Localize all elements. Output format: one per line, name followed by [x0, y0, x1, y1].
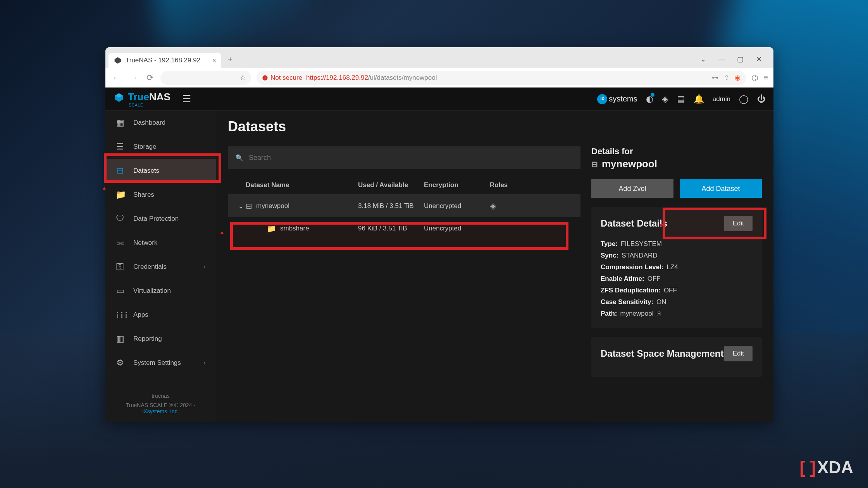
url-text: https://192.168.29.92/ui/datasets/mynewp… [306, 74, 437, 82]
url-input-box[interactable]: ! Not secure https://192.168.29.92/ui/da… [257, 71, 746, 85]
sidebar-item-storage[interactable]: ☰ Storage [105, 135, 216, 159]
apps-icon: ⫶⫶⫶ [115, 310, 125, 320]
svg-marker-0 [115, 57, 121, 64]
sidebar-item-shares[interactable]: 📁 Shares [105, 183, 216, 207]
search-input[interactable] [249, 154, 573, 162]
close-icon[interactable]: × [212, 57, 216, 65]
details-title: Details for [591, 146, 762, 156]
chevron-right-icon: › [203, 359, 206, 367]
sidebar-item-system-settings[interactable]: ⚙ System Settings › [105, 351, 216, 375]
sidebar-item-datasets[interactable]: ⊟ Datasets [105, 159, 216, 183]
sidebar-item-label: Data Protection [133, 215, 179, 223]
dataset-details-card: Dataset Details Edit Type:FILESYSTEM Syn… [591, 207, 762, 328]
addressbar: ← → ⟳ ☆ ! Not secure https://192.168.29.… [105, 68, 773, 88]
user-name: admin [713, 95, 730, 103]
sidebar-item-label: Reporting [133, 335, 162, 343]
truecommand-icon[interactable]: ◈ [662, 94, 668, 104]
sidebar-item-apps[interactable]: ⫶⫶⫶ Apps [105, 303, 216, 327]
user-avatar-icon[interactable]: ◯ [739, 94, 749, 104]
url-bar[interactable]: ☆ [160, 71, 251, 85]
kv-case: Case Sensitivity:ON [601, 296, 753, 308]
table-row-root[interactable]: ⌄ ⊟ mynewpool 3.18 MiB / 3.51 TiB Unencr… [228, 195, 580, 217]
add-dataset-button[interactable]: Add Dataset [680, 179, 762, 198]
sidebar-item-credentials[interactable]: ⚿ Credentials › [105, 255, 216, 279]
chevron-right-icon: › [203, 263, 206, 271]
dataset-search-box[interactable]: 🔍 [228, 146, 580, 169]
table-row-child[interactable]: 📁 smbshare 96 KiB / 3.51 TiB Unencrypted [228, 217, 580, 240]
sidebar-item-label: System Settings [133, 359, 181, 367]
edit-dataset-details-button[interactable]: Edit [724, 216, 753, 231]
status-lights-icon[interactable]: ◐ [646, 94, 653, 104]
sidebar-item-reporting[interactable]: ▥ Reporting [105, 327, 216, 351]
dataset-usage: 96 KiB / 3.51 TiB [358, 225, 424, 232]
datasets-table: Dataset Name Used / Available Encryption… [228, 176, 580, 240]
key-icon[interactable]: ⊶ [712, 74, 718, 82]
truenas-logo[interactable]: TrueNAS SCALE [113, 91, 170, 107]
edit-space-button[interactable]: Edit [724, 346, 753, 361]
browser-tab[interactable]: TrueNAS - 192.168.29.92 × [108, 53, 221, 68]
browser-tabbar: TrueNAS - 192.168.29.92 × + ⌄ ― ▢ ✕ [105, 47, 773, 68]
bookmark-outline-icon[interactable]: ☆ [240, 74, 246, 82]
sidebar-footer: truenas TrueNAS SCALE ® © 2024 - iXsyste… [105, 385, 216, 422]
forward-button: → [128, 71, 140, 84]
kv-atime: Enable Atime:OFF [601, 273, 753, 285]
laptop-icon: ▭ [115, 286, 125, 296]
col-used: Used / Available [358, 181, 424, 189]
extensions-icon[interactable]: ⌬ [751, 73, 758, 82]
sidebar-item-label: Credentials [133, 263, 167, 271]
clipboard-icon[interactable]: ▤ [677, 94, 685, 104]
app-topbar: TrueNAS SCALE ☰ iX systems ◐ ◈ ▤ 🔔 admin… [105, 88, 773, 111]
new-tab-button[interactable]: + [225, 54, 236, 65]
footer-hostname: truenas [113, 393, 208, 399]
add-zvol-button[interactable]: Add Zvol [591, 179, 673, 198]
truenas-app: TrueNAS SCALE ☰ iX systems ◐ ◈ ▤ 🔔 admin… [105, 88, 773, 422]
folder-icon: 📁 [267, 224, 276, 233]
dataset-name: smbshare [280, 225, 309, 232]
chart-icon: ▥ [115, 334, 125, 344]
hamburger-menu-icon[interactable]: ≡ [763, 73, 768, 82]
sidebar-item-label: Datasets [133, 167, 159, 175]
maximize-icon[interactable]: ▢ [735, 55, 745, 64]
window-controls: ⌄ ― ▢ ✕ [698, 55, 770, 64]
alerts-bell-icon[interactable]: 🔔 [694, 94, 704, 104]
reload-button[interactable]: ⟳ [145, 71, 155, 84]
menu-toggle-icon[interactable]: ☰ [182, 93, 191, 105]
sidebar-item-data-protection[interactable]: 🛡 Data Protection [105, 207, 216, 231]
card-title: Dataset Space Management [601, 348, 723, 359]
dataset-tree-icon: ⊟ [246, 201, 252, 211]
dataset-encryption: Unencrypted [424, 225, 490, 232]
copy-path-icon[interactable]: ⎘ [657, 310, 661, 318]
tab-favicon [114, 57, 122, 64]
sidebar-item-dashboard[interactable]: ▦ Dashboard [105, 111, 216, 135]
ixsystems-logo[interactable]: iX systems [597, 94, 637, 104]
sidebar-item-label: Apps [133, 311, 148, 319]
close-window-icon[interactable]: ✕ [754, 55, 763, 64]
back-button[interactable]: ← [111, 71, 122, 84]
datasets-icon: ⊟ [115, 166, 125, 176]
kv-dedup: ZFS Deduplication:OFF [601, 285, 753, 296]
pool-role-icon: ◈ [490, 201, 496, 211]
footer-copyright: TrueNAS SCALE ® © 2024 - [126, 402, 195, 408]
key-icon: ⚿ [115, 262, 125, 272]
dashboard-icon: ▦ [115, 118, 125, 128]
row-expand-chevron-icon[interactable]: ⌄ [236, 202, 246, 210]
sidebar-item-virtualization[interactable]: ▭ Virtualization [105, 279, 216, 303]
svg-text:!: ! [265, 76, 266, 80]
tab-title: TrueNAS - 192.168.29.92 [126, 57, 200, 64]
col-name: Dataset Name [246, 181, 358, 189]
chevron-down-icon[interactable]: ⌄ [698, 55, 708, 64]
brave-shield-icon[interactable]: ◉ [735, 74, 741, 82]
shield-icon: 🛡 [115, 214, 125, 224]
sidebar: ▦ Dashboard ☰ Storage ⊟ Datasets 📁 Share… [105, 111, 216, 422]
dataset-name: mynewpool [256, 202, 289, 210]
sidebar-item-label: Dashboard [133, 119, 165, 127]
sidebar-item-network[interactable]: ⫘ Network [105, 231, 216, 255]
kv-path: Path:mynewpool⎘ [601, 308, 753, 320]
footer-vendor-link[interactable]: iXsystems, Inc. [142, 408, 179, 414]
share-url-icon[interactable]: ⇪ [724, 74, 729, 82]
storage-icon: ☰ [115, 142, 125, 152]
minimize-icon[interactable]: ― [717, 55, 726, 64]
power-icon[interactable]: ⏻ [757, 94, 766, 104]
page-title: Datasets [228, 119, 762, 135]
logo-cube-icon [113, 92, 125, 106]
